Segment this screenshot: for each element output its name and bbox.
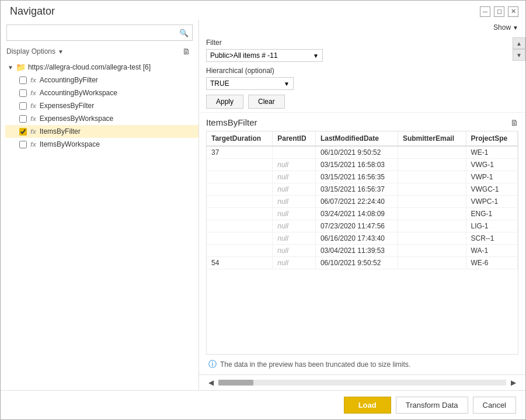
col-projectspe: ProjectSpe xyxy=(466,131,518,146)
window-controls: ─ ◻ ✕ xyxy=(480,6,518,17)
tree-item-itemsbyfilter[interactable]: fx ItemsByFilter xyxy=(5,125,198,138)
tree-item-itemsbyworkspace[interactable]: fx ItemsByWorkspace xyxy=(5,138,198,151)
scroll-arrows: ▲ ▼ xyxy=(513,37,525,61)
scrollbar-track[interactable] xyxy=(218,380,506,386)
tree-item-accountingbyfilter[interactable]: fx AccountingByFilter xyxy=(5,74,198,86)
cell-targetduration xyxy=(207,245,273,257)
cell-targetduration: 37 xyxy=(207,146,273,159)
filter-buttons: Apply Clear xyxy=(206,95,504,109)
scroll-right-button[interactable]: ▶ xyxy=(508,377,518,388)
cell-submitteremail xyxy=(398,245,466,257)
cell-projectspe: VWG-1 xyxy=(466,159,518,171)
fx-icon: fx xyxy=(30,128,36,135)
item-label-expensesbyworkspace: ExpensesByWorkspace xyxy=(40,114,114,123)
scroll-down-button[interactable]: ▼ xyxy=(513,49,525,61)
preview-title-row: ItemsByFilter 🗎 xyxy=(206,117,518,127)
item-label-itemsbyworkspace: ItemsByWorkspace xyxy=(40,140,100,148)
folder-name: https://allegra-cloud.com/allegra-test [… xyxy=(28,63,151,71)
cell-lastmodifieddate: 06/10/2021 9:50:52 xyxy=(315,146,398,159)
tree-item-expensesbyfilter[interactable]: fx ExpensesByFilter xyxy=(5,99,198,112)
item-label-accountingbyfilter: AccountingByFilter xyxy=(40,76,98,84)
fx-icon: fx xyxy=(30,89,36,96)
checkbox-itemsbyfilter[interactable] xyxy=(19,128,27,136)
table-row: null03/04/2021 11:39:53WA-1 xyxy=(207,245,518,257)
search-button[interactable]: 🔍 xyxy=(176,25,192,40)
hierarchical-dropdown[interactable]: TRUE ▼ xyxy=(206,77,294,90)
expand-icon: ▼ xyxy=(8,64,13,71)
scrollbar-thumb xyxy=(218,380,253,386)
cancel-button[interactable]: Cancel xyxy=(473,397,516,414)
table-body: 3706/10/2021 9:50:52WE-1null03/15/2021 1… xyxy=(207,146,518,269)
tree-item-expensesbyworkspace[interactable]: fx ExpensesByWorkspace xyxy=(5,112,198,125)
scroll-up-button[interactable]: ▲ xyxy=(513,37,525,49)
scroll-left-button[interactable]: ◀ xyxy=(206,377,216,388)
checkbox-expensesbyfilter[interactable] xyxy=(19,102,27,110)
cell-parentid: null xyxy=(273,232,316,245)
cell-lastmodifieddate: 03/15/2021 16:56:37 xyxy=(315,183,398,196)
preview-title: ItemsByFilter xyxy=(206,117,257,127)
tree-item-accountingbyworkspace[interactable]: fx AccountingByWorkspace xyxy=(5,86,198,99)
fx-icon: fx xyxy=(30,77,36,84)
tree-folder[interactable]: ▼ 📁 https://allegra-cloud.com/allegra-te… xyxy=(5,61,198,74)
title-bar: Navigator ─ ◻ ✕ xyxy=(1,1,525,20)
fx-icon: fx xyxy=(30,141,36,148)
display-options-button[interactable]: Display Options ▼ xyxy=(6,47,64,55)
col-targetduration: TargetDuration xyxy=(207,131,273,146)
maximize-button[interactable]: ◻ xyxy=(494,6,504,17)
cell-targetduration xyxy=(207,183,273,196)
checkbox-expensesbyworkspace[interactable] xyxy=(19,115,27,123)
cell-submitteremail xyxy=(398,232,466,245)
table-row: 3706/10/2021 9:50:52WE-1 xyxy=(207,146,518,159)
minimize-button[interactable]: ─ xyxy=(480,6,490,17)
item-label-expensesbyfilter: ExpensesByFilter xyxy=(40,102,94,110)
preview-options-icon[interactable]: 🗎 xyxy=(510,118,518,127)
cell-lastmodifieddate: 06/10/2021 9:50:52 xyxy=(315,257,398,269)
data-table: TargetDuration ParentID LastModifiedDate… xyxy=(207,131,518,269)
item-label-itemsbyfilter: ItemsByFilter xyxy=(40,127,81,136)
cell-parentid: null xyxy=(273,196,316,208)
cell-projectspe: LIG-1 xyxy=(466,220,518,232)
footer: Load Transform Data Cancel xyxy=(1,390,525,419)
close-button[interactable]: ✕ xyxy=(508,6,518,17)
item-label-accountingbyworkspace: AccountingByWorkspace xyxy=(40,89,117,97)
checkbox-accountingbyfilter[interactable] xyxy=(19,77,27,84)
cell-submitteremail xyxy=(398,208,466,220)
cell-targetduration xyxy=(207,220,273,232)
fx-icon: fx xyxy=(30,115,36,122)
cell-parentid: null xyxy=(273,208,316,220)
navigate-icon[interactable]: 🗎 xyxy=(180,46,193,57)
cell-lastmodifieddate: 03/15/2021 16:56:35 xyxy=(315,171,398,183)
truncate-text: The data in the preview has been truncat… xyxy=(220,360,410,369)
data-table-wrap: TargetDuration ParentID LastModifiedDate… xyxy=(206,131,518,355)
cell-lastmodifieddate: 03/04/2021 11:39:53 xyxy=(315,245,398,257)
cell-submitteremail xyxy=(398,257,466,269)
cell-submitteremail xyxy=(398,220,466,232)
filter-value: Public>All items # -11 xyxy=(210,51,278,60)
filter-dropdown[interactable]: Public>All items # -11 ▼ xyxy=(206,49,323,62)
table-row: null03/15/2021 16:56:37VWGC-1 xyxy=(207,183,518,196)
search-bar: 🔍 xyxy=(6,25,193,41)
cell-lastmodifieddate: 03/24/2021 14:08:09 xyxy=(315,208,398,220)
preview-section: ItemsByFilter 🗎 TargetDuration ParentID … xyxy=(199,113,525,374)
show-button[interactable]: Show ▼ xyxy=(493,23,518,32)
clear-button[interactable]: Clear xyxy=(248,95,285,109)
cell-projectspe: VWGC-1 xyxy=(466,183,518,196)
cell-parentid: null xyxy=(273,183,316,196)
truncate-note: ⓘ The data in the preview has been trunc… xyxy=(206,355,518,374)
display-options-label: Display Options xyxy=(6,47,55,55)
cell-submitteremail xyxy=(398,146,466,159)
transform-data-button[interactable]: Transform Data xyxy=(396,397,468,414)
col-lastmodifieddate: LastModifiedDate xyxy=(315,131,398,146)
hierarchical-label: Hierarchical (optional) xyxy=(206,67,504,75)
chevron-down-icon: ▼ xyxy=(58,48,64,55)
main-content: 🔍 Display Options ▼ 🗎 ▼ 📁 https://allegr… xyxy=(1,20,525,390)
load-button[interactable]: Load xyxy=(344,397,391,414)
cell-parentid: null xyxy=(273,159,316,171)
navigator-dialog: Navigator ─ ◻ ✕ 🔍 Display Options ▼ 🗎 xyxy=(0,0,526,420)
search-input[interactable] xyxy=(7,26,176,40)
right-panel: Show ▼ ▲ ▼ Filter Public>All items # -11… xyxy=(199,20,525,390)
checkbox-accountingbyworkspace[interactable] xyxy=(19,89,27,97)
checkbox-itemsbyworkspace[interactable] xyxy=(19,141,27,148)
apply-button[interactable]: Apply xyxy=(206,95,243,109)
cell-submitteremail xyxy=(398,171,466,183)
